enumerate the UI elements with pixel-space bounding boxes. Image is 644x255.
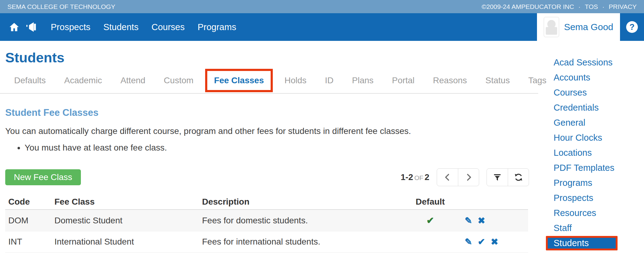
school-name: SEMA COLLEGE OF TECHNOLOGY xyxy=(7,3,115,10)
column-header-actions xyxy=(452,194,528,210)
separator: · xyxy=(578,3,581,10)
tab-status[interactable]: Status xyxy=(476,76,519,85)
range-of-label: OF xyxy=(413,174,424,181)
section-description: You can automatically charge different c… xyxy=(5,126,538,136)
sidebar-item-programs[interactable]: Programs xyxy=(538,175,644,190)
column-header-default: Default xyxy=(409,194,452,210)
filter-icon xyxy=(493,173,502,182)
next-page-button[interactable] xyxy=(458,169,479,186)
tab-defaults[interactable]: Defaults xyxy=(5,76,55,85)
edit-icon[interactable]: ✎ xyxy=(465,215,472,226)
tab-reasons[interactable]: Reasons xyxy=(424,76,476,85)
tab-plans[interactable]: Plans xyxy=(343,76,383,85)
privacy-link[interactable]: PRIVACY xyxy=(609,3,637,10)
pager-group xyxy=(437,168,479,186)
sidebar-item-general[interactable]: General xyxy=(538,115,644,130)
nav-link-students[interactable]: Students xyxy=(97,22,145,32)
table-row: INT International Student Fees for inter… xyxy=(5,231,528,253)
chevron-right-icon xyxy=(464,173,473,182)
delete-icon[interactable]: ✖ xyxy=(478,215,485,226)
cell-fee-class: International Student xyxy=(51,231,199,253)
note-item: You must have at least one fee class. xyxy=(25,143,538,153)
pagination-range: 1-2OF2 xyxy=(401,172,429,182)
cell-fee-class: Domestic Student xyxy=(51,210,199,231)
settings-sidebar: Acad Sessions Accounts Courses Credentia… xyxy=(538,41,644,251)
chevron-left-icon xyxy=(443,173,452,182)
tab-academic[interactable]: Academic xyxy=(55,76,111,85)
sidebar-item-hour-clocks[interactable]: Hour Clocks xyxy=(538,130,644,145)
nav-link-prospects[interactable]: Prospects xyxy=(44,22,97,32)
new-fee-class-button[interactable]: New Fee Class xyxy=(5,169,81,185)
tab-portal[interactable]: Portal xyxy=(383,76,424,85)
nav-links: Prospects Students Courses Programs xyxy=(44,22,243,32)
range-values: 1-2 xyxy=(401,172,413,182)
main-content: Students Defaults Academic Attend Custom… xyxy=(0,41,538,253)
sidebar-item-pdf-templates[interactable]: PDF Templates xyxy=(538,160,644,175)
user-menu-button[interactable]: Sema Good xyxy=(537,13,620,41)
tab-fee-classes[interactable]: Fee Classes xyxy=(214,76,264,85)
table-row: DOM Domestic Student Fees for domestic s… xyxy=(5,210,528,231)
cell-code: DOM xyxy=(5,210,51,231)
copyright-text: ©2009-24 AMPEDUCATOR INC xyxy=(482,3,574,10)
sidebar-item-prospects[interactable]: Prospects xyxy=(538,190,644,206)
set-default-icon[interactable]: ✔ xyxy=(478,237,485,247)
user-name: Sema Good xyxy=(564,22,613,32)
page-title: Students xyxy=(5,49,538,66)
home-icon xyxy=(9,22,20,32)
fee-classes-table: Code Fee Class Description Default DOM D… xyxy=(5,194,528,253)
sidebar-item-resources[interactable]: Resources xyxy=(538,206,644,221)
filter-button[interactable] xyxy=(487,169,508,186)
help-icon: ? xyxy=(626,21,638,33)
sidebar-item-acad-sessions[interactable]: Acad Sessions xyxy=(538,55,644,70)
home-button[interactable] xyxy=(6,18,23,36)
help-button[interactable]: ? xyxy=(620,21,644,33)
sidebar-item-students[interactable]: Students xyxy=(554,238,589,248)
cell-description: Fees for domestic students. xyxy=(199,210,409,231)
nav-link-programs[interactable]: Programs xyxy=(191,22,243,32)
sidebar-item-staff[interactable]: Staff xyxy=(538,221,644,236)
sidebar-item-courses[interactable]: Courses xyxy=(538,85,644,100)
sidebar-item-locations[interactable]: Locations xyxy=(538,145,644,160)
table-tools-group xyxy=(487,168,529,186)
megaphone-icon xyxy=(25,22,38,32)
prev-page-button[interactable] xyxy=(437,169,458,186)
separator: · xyxy=(602,3,604,10)
tab-strip: Defaults Academic Attend Custom Fee Clas… xyxy=(0,68,538,94)
cell-description: Fees for international students. xyxy=(199,231,409,253)
notes-list: You must have at least one fee class. xyxy=(16,143,538,153)
default-check-icon: ✔ xyxy=(426,215,434,226)
section-heading: Student Fee Classes xyxy=(5,107,538,118)
nav-link-courses[interactable]: Courses xyxy=(145,22,191,32)
table-header-row: Code Fee Class Description Default xyxy=(5,194,528,210)
refresh-icon xyxy=(514,173,523,182)
avatar xyxy=(544,17,559,37)
sidebar-item-accounts[interactable]: Accounts xyxy=(538,70,644,85)
main-navbar: Prospects Students Courses Programs Sema… xyxy=(0,13,644,41)
tab-holds[interactable]: Holds xyxy=(275,76,316,85)
topbar: SEMA COLLEGE OF TECHNOLOGY ©2009-24 AMPE… xyxy=(0,0,644,13)
cell-code: INT xyxy=(5,231,51,253)
annotation-box-fee-classes: Fee Classes xyxy=(205,69,273,92)
announcements-button[interactable] xyxy=(23,18,40,36)
column-header-code: Code xyxy=(5,194,51,210)
tab-custom[interactable]: Custom xyxy=(155,76,203,85)
sidebar-item-credentials[interactable]: Credentials xyxy=(538,100,644,115)
tab-id[interactable]: ID xyxy=(316,76,343,85)
column-header-description: Description xyxy=(199,194,409,210)
toolbar: New Fee Class 1-2OF2 xyxy=(5,168,529,186)
delete-icon[interactable]: ✖ xyxy=(491,237,498,247)
tos-link[interactable]: TOS xyxy=(585,3,598,10)
column-header-fee-class: Fee Class xyxy=(51,194,199,210)
range-total: 2 xyxy=(424,172,429,182)
refresh-button[interactable] xyxy=(508,169,529,186)
edit-icon[interactable]: ✎ xyxy=(465,237,472,247)
tab-attend[interactable]: Attend xyxy=(111,76,155,85)
annotation-box-students: Students xyxy=(546,236,618,250)
